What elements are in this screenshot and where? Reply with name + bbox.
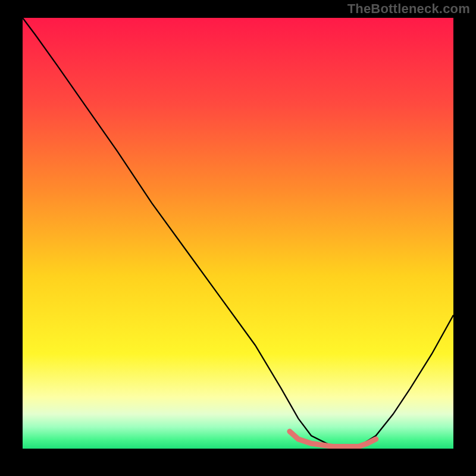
- plot-area: [23, 18, 453, 449]
- watermark-text: TheBottleneck.com: [347, 1, 470, 17]
- gradient-background: [23, 18, 453, 449]
- chart-root: TheBottleneck.com: [0, 0, 476, 476]
- chart-svg: [23, 18, 453, 449]
